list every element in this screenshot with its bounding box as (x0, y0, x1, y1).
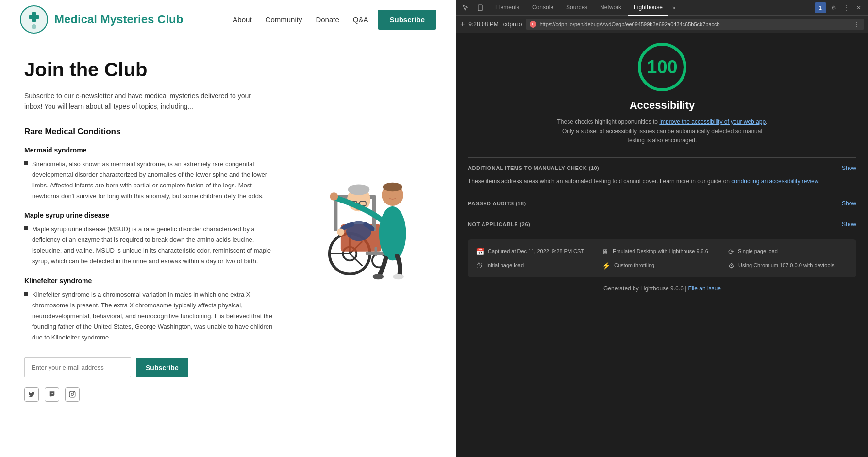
audit-not-applicable-header[interactable]: NOT APPLICABLE (26) Show (468, 221, 856, 228)
audit-body-suffix: . (818, 178, 820, 185)
audit-additional-show[interactable]: Show (842, 165, 856, 171)
score-label: Accessibility (630, 99, 695, 112)
file-issue-link[interactable]: File an issue (688, 285, 721, 292)
tab-elements[interactable]: Elements (489, 0, 525, 16)
devtools-tabbar: Elements Console Sources Network Lightho… (456, 0, 868, 16)
svg-point-6 (74, 392, 74, 393)
plus-icon[interactable]: + (460, 20, 465, 29)
nav-qa[interactable]: Q&A (353, 16, 368, 24)
monitor-icon: 🖥 (602, 248, 609, 255)
email-input[interactable] (24, 357, 131, 377)
footer-emulated: 🖥 Emulated Desktop with Lighthouse 9.6.6 (602, 247, 722, 255)
tab-sources[interactable]: Sources (560, 0, 593, 16)
audit-not-applicable-show[interactable]: Show (842, 221, 856, 228)
page-icon: ⟳ (728, 248, 734, 255)
audit-not-applicable: NOT APPLICABLE (26) Show (468, 214, 856, 235)
condition-maple: Maple syrup urine disease Maple syrup ur… (24, 211, 276, 267)
subscribe-button[interactable]: Subscribe (378, 10, 436, 30)
social-icons (24, 387, 276, 402)
audit-body-link[interactable]: conducting an accessibility review (731, 178, 818, 185)
wheelchair-illustration (296, 136, 422, 281)
logo-area: Medical Mysteries Club (19, 5, 233, 34)
accessibility-link[interactable]: improve the accessibility of your web ap… (659, 118, 766, 125)
svg-point-22 (348, 184, 370, 195)
score-description: These checks highlight opportunities to … (555, 118, 769, 146)
device-icon[interactable] (475, 2, 485, 13)
devtools-time: 9:28:08 PM · cdpn.io (468, 21, 522, 28)
footer-initial-load-text: Initial page load (486, 261, 524, 270)
audit-passed-header[interactable]: PASSED AUDITS (18) Show (468, 200, 856, 207)
svg-point-5 (71, 393, 74, 396)
nav-community[interactable]: Community (266, 16, 302, 24)
devtools-right-icons: 1 ⚙ ⋮ ✕ (815, 2, 864, 13)
footer-captured-text: Captured at Dec 11, 2022, 9:28 PM CST (488, 247, 584, 255)
footer-chromium: ⚙ Using Chromium 107.0.0.0 with devtools (728, 261, 849, 270)
close-devtools-icon[interactable]: ✕ (853, 2, 864, 13)
tab-network[interactable]: Network (594, 0, 627, 16)
lighthouse-footer: 📅 Captured at Dec 11, 2022, 9:28 PM CST … (468, 239, 856, 277)
condition-name-0: Mermaid syndrome (24, 146, 276, 154)
score-desc-start: These checks highlight opportunities to (557, 118, 660, 125)
condition-name-2: Klinefelter syndrome (24, 277, 276, 285)
nav-about[interactable]: About (233, 16, 251, 24)
url-menu-icon[interactable]: ⋮ (853, 20, 860, 28)
audit-additional-body: These items address areas which an autom… (468, 176, 856, 186)
tab-lighthouse[interactable]: Lighthouse (628, 0, 668, 16)
svg-point-32 (393, 274, 404, 279)
calendar-icon: 📅 (476, 248, 484, 255)
svg-rect-2 (29, 15, 39, 19)
audit-passed-show[interactable]: Show (842, 200, 856, 207)
svg-point-3 (32, 24, 36, 29)
page-heading: Join the Club (24, 59, 432, 81)
instagram-icon[interactable] (65, 387, 80, 402)
site-title: Medical Mysteries Club (54, 13, 183, 26)
condition-text-2: Klinefelter syndrome is a chromosomal va… (32, 289, 276, 343)
subscribe-button-2[interactable]: Subscribe (136, 358, 188, 377)
bullet-icon (24, 226, 28, 230)
devtools-address-bar: + 9:28:08 PM · cdpn.io C https://cdpn.io… (456, 16, 868, 33)
devtools-tabs: Elements Console Sources Network Lightho… (489, 0, 811, 16)
bullet-icon (24, 292, 28, 296)
footer-emulated-text: Emulated Desktop with Lighthouse 9.6.6 (613, 247, 708, 255)
website-panel: Medical Mysteries Club About Community D… (0, 0, 456, 457)
email-section: Subscribe (24, 357, 276, 377)
devtools-url-bar[interactable]: C https://cdpn.io/pen/debug/VwdOaqp/ee09… (526, 19, 864, 30)
more-options-icon[interactable]: ⋮ (841, 2, 851, 13)
audit-additional-header[interactable]: ADDITIONAL ITEMS TO MANUALLY CHECK (10) … (468, 165, 856, 171)
url-text: https://cdpn.io/pen/debug/VwdOaqp/ee0945… (539, 21, 719, 27)
tab-badge: 1 (815, 2, 826, 13)
audit-passed-title: PASSED AUDITS (18) (468, 201, 526, 206)
generated-text: Generated by Lighthouse 9.6.6 | (603, 285, 688, 292)
more-tabs-icon[interactable]: » (669, 4, 679, 11)
twitch-icon[interactable] (45, 387, 59, 402)
svg-point-30 (330, 192, 338, 201)
tab-console[interactable]: Console (526, 0, 559, 16)
audit-additional: ADDITIONAL ITEMS TO MANUALLY CHECK (10) … (468, 157, 856, 193)
score-circle: 100 (638, 43, 686, 91)
svg-point-29 (383, 182, 402, 191)
throttle-icon: ⚡ (602, 262, 610, 270)
favicon: C (530, 21, 536, 28)
twitter-icon[interactable] (24, 387, 39, 402)
svg-point-31 (373, 274, 384, 279)
svg-rect-16 (374, 247, 377, 256)
nav-links: About Community Donate Q&A (233, 16, 368, 24)
svg-point-26 (337, 228, 344, 236)
main-content: Join the Club Subscribe to our e-newslet… (0, 39, 456, 421)
audit-not-applicable-title: NOT APPLICABLE (26) (468, 221, 530, 227)
devtools-panel: Elements Console Sources Network Lightho… (456, 0, 868, 457)
condition-text-1: Maple syrup urine disease (MSUD) is a ra… (32, 224, 276, 267)
footer-throttling-text: Custom throttling (614, 261, 654, 270)
audit-passed: PASSED AUDITS (18) Show (468, 193, 856, 214)
image-column (296, 127, 432, 402)
condition-text-0: Sirenomelia, also known as mermaid syndr… (32, 159, 276, 202)
condition-klinefelter: Klinefelter syndrome Klinefelter syndrom… (24, 277, 276, 343)
svg-rect-4 (69, 391, 75, 397)
inspect-icon[interactable] (460, 2, 471, 13)
footer-single-page-text: Single page load (738, 247, 778, 255)
nav-donate[interactable]: Donate (316, 16, 339, 24)
settings-icon[interactable]: ⚙ (828, 2, 839, 13)
footer-chromium-text: Using Chromium 107.0.0.0 with devtools (738, 261, 834, 270)
clock-icon: ⏱ (476, 262, 483, 270)
audit-additional-title: ADDITIONAL ITEMS TO MANUALLY CHECK (10) (468, 165, 599, 171)
